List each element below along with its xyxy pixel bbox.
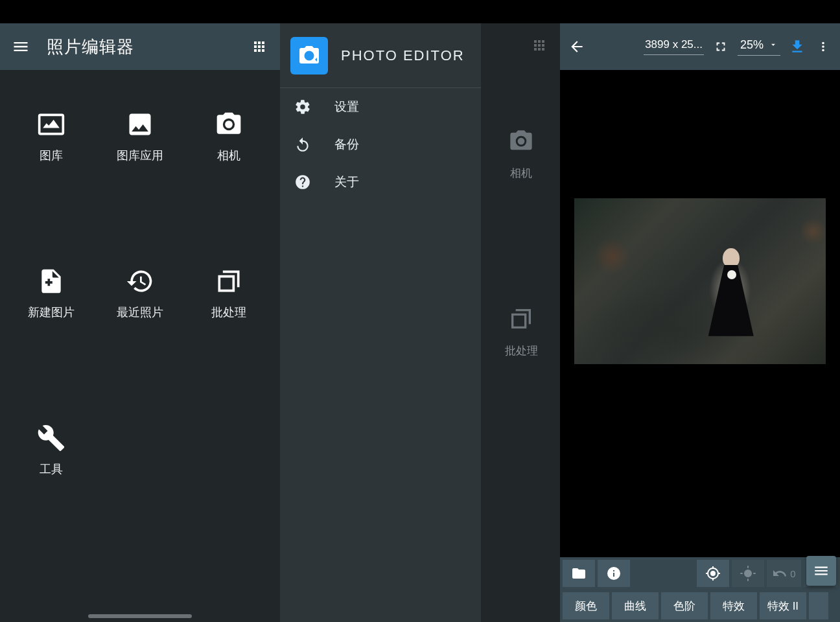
- stack-icon: [215, 267, 243, 295]
- image-filled-icon: [126, 110, 154, 139]
- info-button[interactable]: [598, 560, 630, 587]
- home-grid: 图库 图库应用 相机 新建图片 最近照片 批处理: [0, 70, 280, 477]
- app-title: 照片编辑器: [47, 36, 245, 58]
- peek-label: 相机: [510, 166, 532, 181]
- hamburger-menu-icon[interactable]: [6, 32, 35, 61]
- grid-item-gallery[interactable]: 图库: [6, 110, 95, 163]
- grid-label: 相机: [217, 148, 240, 163]
- undo-count: 0: [790, 568, 795, 579]
- grid-label: 最近照片: [117, 305, 163, 320]
- drawer-screen: 相机 批处理 PHOTO EDITOR 设置 备份: [280, 0, 560, 622]
- tab-color[interactable]: 颜色: [563, 592, 609, 619]
- tool-tabs: 颜色 曲线 色阶 特效 特效 II: [560, 590, 840, 622]
- history-icon: [126, 267, 154, 295]
- save-download-icon[interactable]: [784, 32, 810, 61]
- grid-label: 批处理: [211, 305, 246, 320]
- app-logo-icon: [290, 37, 328, 75]
- grid-label: 图库: [40, 148, 63, 163]
- peek-item-camera: 相机: [482, 128, 560, 181]
- zoom-value: 25%: [740, 38, 764, 52]
- drawer-backdrop: 相机 批处理: [481, 23, 560, 622]
- status-bar: [280, 0, 560, 23]
- home-screen: 照片编辑器 图库 图库应用 相机 新建图片: [0, 0, 280, 622]
- back-arrow-icon[interactable]: [564, 32, 590, 61]
- tab-more[interactable]: [809, 592, 828, 619]
- grid-item-recent[interactable]: 最近照片: [95, 267, 184, 320]
- status-bar: [0, 0, 280, 23]
- apps-grid-icon-dim: [531, 38, 547, 56]
- grid-label: 新建图片: [28, 305, 75, 320]
- drawer-item-label: 关于: [334, 174, 359, 190]
- tab-effects[interactable]: 特效: [710, 592, 757, 619]
- canvas[interactable]: [560, 70, 840, 557]
- apps-grid-icon[interactable]: [245, 32, 274, 61]
- grid-item-gallery-app[interactable]: 图库应用: [95, 110, 184, 163]
- brightness-button: [732, 560, 764, 587]
- grid-item-batch[interactable]: 批处理: [185, 267, 274, 320]
- stack-icon: [508, 306, 534, 334]
- drawer-item-settings[interactable]: 设置: [280, 88, 481, 126]
- grid-label: 图库应用: [117, 148, 163, 163]
- chevron-down-icon: [769, 40, 778, 49]
- drawer-item-about[interactable]: 关于: [280, 163, 481, 201]
- peek-item-batch: 批处理: [482, 306, 560, 358]
- tab-effects-2[interactable]: 特效 II: [760, 592, 806, 619]
- target-button[interactable]: [697, 560, 729, 587]
- camera-icon: [215, 110, 243, 139]
- drawer-item-label: 备份: [334, 136, 359, 153]
- camera-icon: [508, 128, 534, 157]
- undo-button: 0: [767, 560, 800, 587]
- tab-curves[interactable]: 曲线: [612, 592, 659, 619]
- hamburger-fab[interactable]: [806, 556, 836, 586]
- grid-label: 工具: [40, 461, 63, 477]
- image-icon: [37, 110, 65, 139]
- nav-handle: [88, 614, 192, 618]
- control-bar: 0 0: [560, 557, 840, 590]
- image-dimensions-label[interactable]: 3899 x 25...: [644, 38, 704, 55]
- zoom-dropdown[interactable]: 25%: [738, 38, 780, 56]
- grid-item-tools[interactable]: 工具: [6, 424, 95, 477]
- home-toolbar: 照片编辑器: [0, 23, 280, 70]
- fullscreen-icon[interactable]: [708, 32, 734, 61]
- drawer-item-backup[interactable]: 备份: [280, 126, 481, 163]
- new-file-icon: [37, 267, 65, 295]
- peek-label: 批处理: [505, 343, 538, 358]
- editor-toolbar: 3899 x 25... 25%: [560, 23, 840, 70]
- status-bar: [560, 0, 840, 23]
- drawer-header: PHOTO EDITOR: [280, 23, 481, 88]
- nav-drawer: PHOTO EDITOR 设置 备份 关于: [280, 23, 481, 622]
- help-icon: [294, 174, 311, 190]
- drawer-item-label: 设置: [334, 98, 359, 115]
- drawer-title: PHOTO EDITOR: [341, 47, 465, 64]
- gear-icon: [294, 98, 311, 115]
- wrench-icon: [37, 424, 65, 452]
- tab-levels[interactable]: 色阶: [661, 592, 708, 619]
- photo: [574, 198, 826, 364]
- restore-icon: [294, 136, 311, 153]
- grid-item-new-image[interactable]: 新建图片: [6, 267, 95, 320]
- grid-item-camera[interactable]: 相机: [185, 110, 274, 163]
- folder-button[interactable]: [563, 560, 595, 587]
- editor-screen: 3899 x 25... 25%: [560, 0, 840, 622]
- more-vert-icon[interactable]: [810, 32, 836, 61]
